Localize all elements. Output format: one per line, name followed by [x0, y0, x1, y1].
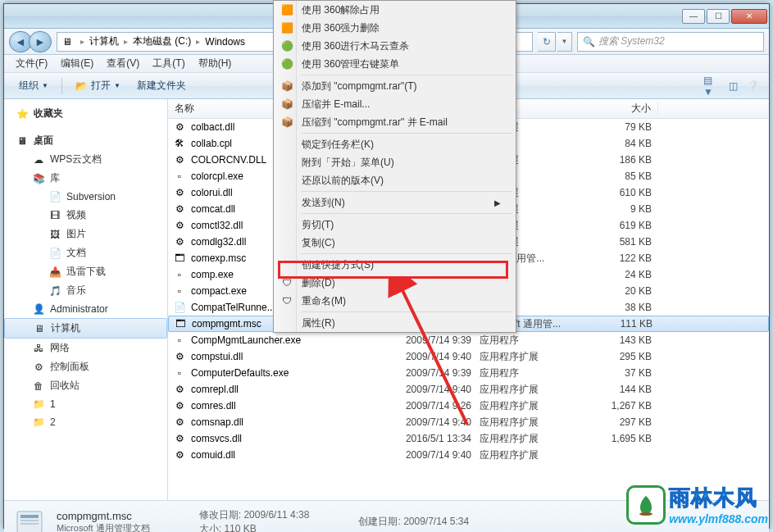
document-icon: 📄 — [48, 247, 61, 260]
cm-360-unlock[interactable]: 🟧使用 360解除占用 — [274, 1, 516, 19]
sidebar-documents[interactable]: 📄文档 — [4, 243, 167, 262]
cm-compress-rar-email[interactable]: 📦压缩到 "compmgmt.rar" 并 E-mail — [274, 113, 516, 131]
file-type: 应用程序扩展 — [480, 432, 584, 446]
file-name: CompMgmtLauncher.exe — [191, 334, 301, 346]
computer-icon: 🖥 — [33, 322, 46, 335]
cm-pin-start[interactable]: 附到「开始」菜单(U) — [274, 153, 516, 171]
file-icon: ▫ — [173, 334, 186, 347]
file-size: 144 KB — [584, 384, 658, 395]
sidebar-music[interactable]: 🎵音乐 — [4, 281, 167, 300]
file-name: comres.dll — [191, 400, 236, 412]
cm-360-force-delete[interactable]: 🟧使用 360强力删除 — [274, 19, 516, 37]
watermark-text: 雨林木风 — [669, 484, 768, 512]
folder-icon: 📁 — [32, 398, 45, 411]
menu-help[interactable]: 帮助(H) — [192, 55, 239, 72]
file-size: 79 KB — [584, 121, 658, 133]
sidebar-network[interactable]: 🖧网络 — [4, 339, 167, 357]
library-icon: 📚 — [32, 172, 45, 185]
crumb-computer[interactable]: 计算机 — [86, 34, 122, 48]
file-name: collab.cpl — [191, 138, 232, 149]
cloud-icon: ☁ — [32, 153, 45, 166]
help-button[interactable]: ❔ — [743, 76, 762, 96]
sidebar-pictures[interactable]: 🖼图片 — [4, 225, 167, 243]
new-folder-button[interactable]: 新建文件夹 — [129, 75, 194, 96]
file-size: 619 KB — [584, 220, 658, 231]
cm-send-to[interactable]: 发送到(N)▶ — [274, 193, 516, 211]
menu-edit[interactable]: 编辑(E) — [54, 55, 100, 72]
open-button[interactable]: 📂打开▼ — [67, 75, 129, 96]
search-input[interactable]: 🔍 搜索 System32 — [577, 32, 764, 52]
file-name: comp.exe — [191, 269, 234, 280]
network-icon: 🖧 — [32, 342, 45, 355]
cm-restore-previous[interactable]: 还原以前的版本(V) — [274, 171, 516, 189]
file-size: 1,695 KB — [584, 433, 658, 444]
file-row[interactable]: ⚙comsvcs.dll2016/5/1 13:34应用程序扩展1,695 KB — [168, 430, 769, 447]
sidebar-recycle-bin[interactable]: 🗑回收站 — [4, 376, 167, 395]
file-type: 应用程序扩展 — [480, 448, 584, 462]
sidebar-libraries[interactable]: 📚库 — [4, 169, 167, 188]
sidebar-videos[interactable]: 🎞视频 — [4, 206, 167, 225]
minimize-button[interactable]: — — [682, 9, 705, 24]
sidebar-administrator[interactable]: 👤Administrator — [4, 300, 167, 318]
forward-button[interactable]: ► — [29, 31, 52, 52]
file-name: comdlg32.dll — [191, 236, 246, 248]
preview-pane-button[interactable]: ◫ — [723, 76, 743, 96]
cm-360-scan[interactable]: 🟢使用 360进行木马云查杀 — [274, 37, 516, 55]
cm-360-manage-menu[interactable]: 🟢使用 360管理右键菜单 — [274, 55, 516, 73]
file-icon: ▫ — [173, 268, 186, 281]
search-placeholder: 搜索 System32 — [598, 34, 665, 48]
file-icon: 📄 — [173, 301, 186, 314]
svg-rect-3 — [20, 523, 39, 525]
file-size: 111 KB — [585, 318, 659, 330]
file-icon: ▫ — [173, 366, 186, 380]
file-icon: ⚙ — [173, 383, 186, 396]
star-icon: ⭐ — [16, 107, 29, 120]
view-button[interactable]: ▤ ▼ — [703, 76, 723, 96]
file-icon: ⚙ — [173, 416, 186, 429]
crumb-windows[interactable]: Windows — [202, 36, 248, 48]
sidebar-computer[interactable]: 🖥计算机 — [4, 318, 167, 339]
cm-cut[interactable]: 剪切(T) — [274, 216, 516, 234]
cm-compress-email[interactable]: 📦压缩并 E-mail... — [274, 95, 516, 113]
crumb-drive-c[interactable]: 本地磁盘 (C:) — [130, 34, 194, 48]
sidebar-wps-cloud[interactable]: ☁WPS云文档 — [4, 150, 167, 169]
file-name: comuid.dll — [191, 449, 235, 461]
sidebar-favorites[interactable]: ⭐收藏夹 — [4, 104, 167, 123]
svg-line-5 — [400, 285, 467, 425]
menu-tools[interactable]: 工具(T) — [146, 55, 191, 72]
address-dropdown[interactable]: ▼ — [557, 32, 572, 52]
sidebar-folder-2[interactable]: 📁2 — [4, 413, 167, 431]
file-name: comsnap.dll — [191, 416, 243, 428]
file-name: comexp.msc — [191, 252, 246, 264]
svg-point-6 — [639, 512, 653, 516]
file-icon: ⚙ — [173, 235, 186, 248]
menu-file[interactable]: 文件(F) — [9, 55, 54, 72]
rar-icon: 📦 — [279, 96, 295, 112]
sidebar-xunlei[interactable]: 📥迅雷下载 — [4, 262, 167, 281]
organize-button[interactable]: 组织▼ — [11, 75, 57, 96]
refresh-button[interactable]: ↻ — [538, 32, 556, 52]
file-row[interactable]: ⚙comuid.dll2009/7/14 9:40应用程序扩展 — [168, 447, 769, 463]
status-filetype: Microsoft 通用管理文档 — [57, 522, 150, 533]
svg-rect-2 — [20, 520, 39, 521]
file-size: 24 KB — [584, 269, 658, 280]
video-icon: 🎞 — [48, 209, 61, 222]
file-name: colorcpl.exe — [191, 171, 243, 182]
file-size: 9 KB — [584, 203, 658, 215]
file-size: 297 KB — [584, 416, 658, 428]
sidebar-folder-1[interactable]: 📁1 — [4, 395, 167, 413]
maximize-button[interactable]: ☐ — [707, 9, 730, 24]
file-size: 610 KB — [584, 187, 658, 198]
sidebar-desktop[interactable]: 🖥桌面 — [4, 131, 167, 150]
sidebar-control-panel[interactable]: ⚙控制面板 — [4, 357, 167, 376]
file-icon: ⚙ — [173, 186, 186, 199]
cm-add-to-rar[interactable]: 📦添加到 "compmgmt.rar"(T) — [274, 77, 516, 95]
cm-pin-taskbar[interactable]: 锁定到任务栏(K) — [274, 135, 516, 153]
file-name: comcat.dll — [191, 203, 235, 215]
file-date: 2009/7/14 9:40 — [380, 449, 480, 461]
cm-copy[interactable]: 复制(C) — [274, 234, 516, 252]
menu-view[interactable]: 查看(V) — [100, 55, 146, 72]
sidebar-subversion[interactable]: 📄Subversion — [4, 188, 167, 206]
col-size[interactable]: 大小 — [584, 102, 658, 116]
close-button[interactable]: ✕ — [731, 9, 767, 24]
